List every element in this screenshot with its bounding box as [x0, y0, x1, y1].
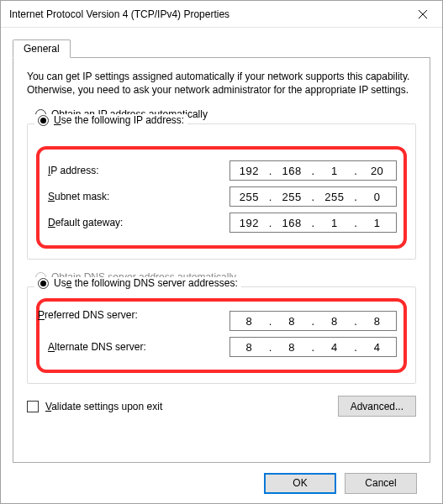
subnet-mask-row: Subnet mask: 255. 255. 255. 0 — [46, 186, 397, 207]
preferred-dns-label: Preferred DNS server: — [36, 309, 219, 321]
close-icon — [419, 10, 427, 18]
default-gateway-row: Default gateway: 192. 168. 1. 1 — [46, 213, 397, 233]
tabpage-general: You can get IP settings assigned automat… — [13, 58, 430, 463]
ip-manual-radio-row[interactable]: Use the following IP address: — [34, 114, 187, 126]
close-button[interactable] — [403, 1, 442, 28]
ip-fields-highlight: IP address: 192. 168. 1. 20 Subnet mask:… — [36, 146, 407, 249]
default-gateway-label: Default gateway: — [46, 217, 229, 228]
window-title: Internet Protocol Version 4 (TCP/IPv4) P… — [9, 8, 403, 20]
subnet-mask-input[interactable]: 255. 255. 255. 0 — [229, 186, 397, 207]
alternate-dns-input[interactable]: 8. 8. 4. 4 — [229, 337, 397, 357]
ip-group: Use the following IP address: IP address… — [27, 123, 416, 260]
tab-general[interactable]: General — [13, 39, 71, 58]
validate-label: Validate settings upon exit — [45, 401, 162, 412]
radio-icon — [38, 115, 49, 126]
radio-icon — [38, 278, 49, 289]
ok-button[interactable]: OK — [264, 473, 336, 494]
ip-address-row: IP address: 192. 168. 1. 20 — [46, 160, 397, 181]
cancel-button[interactable]: Cancel — [345, 473, 417, 494]
dns-group: Usee the following DNS server addresses:… — [27, 286, 416, 384]
preferred-dns-input[interactable]: 8. 8. 8. 8 — [229, 311, 397, 331]
alternate-dns-label: Alternate DNS server: — [46, 341, 229, 353]
dialog-footer: OK Cancel — [13, 463, 430, 503]
tabstrip: General — [13, 38, 430, 58]
default-gateway-input[interactable]: 192. 168. 1. 1 — [229, 213, 397, 233]
ip-manual-label: Use the following IP address: — [54, 114, 184, 126]
dns-manual-radio-row[interactable]: Usee the following DNS server addresses:… — [34, 277, 241, 289]
subnet-mask-label: Subnet mask: — [46, 191, 229, 202]
exit-row: Validate settings upon exit Advanced... — [27, 396, 416, 417]
client-area: General You can get IP settings assigned… — [1, 28, 442, 503]
dns-manual-label: Usee the following DNS server addresses:… — [54, 277, 238, 289]
dialog-window: Internet Protocol Version 4 (TCP/IPv4) P… — [0, 0, 443, 504]
advanced-button[interactable]: Advanced... — [338, 396, 416, 417]
tabstrip-line — [13, 57, 430, 58]
alternate-dns-row: Alternate DNS server: 8. 8. 4. 4 — [46, 337, 397, 357]
titlebar: Internet Protocol Version 4 (TCP/IPv4) P… — [1, 1, 442, 28]
ip-address-label: IP address: — [46, 165, 229, 176]
intro-text: You can get IP settings assigned automat… — [27, 70, 416, 97]
validate-checkbox[interactable] — [27, 401, 39, 412]
ip-address-input[interactable]: 192. 168. 1. 20 — [229, 160, 397, 181]
